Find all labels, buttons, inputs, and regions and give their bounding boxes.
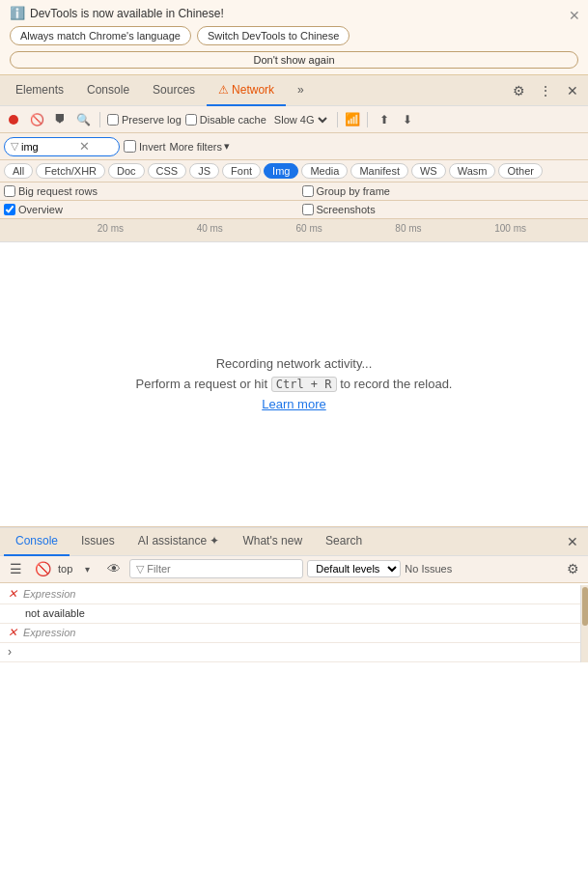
switch-chinese-button[interactable]: Switch DevTools to Chinese [197, 26, 350, 45]
chip-font[interactable]: Font [222, 163, 261, 179]
close-devtools-icon[interactable]: ✕ [561, 79, 584, 102]
filter-input[interactable] [21, 141, 79, 153]
console-filter-input[interactable] [147, 563, 296, 575]
close-icon2: ✕ [8, 626, 17, 639]
tab-sources[interactable]: Sources [141, 75, 207, 106]
screenshots-checkbox[interactable] [302, 204, 314, 215]
learn-more-link[interactable]: Learn more [262, 397, 325, 411]
tab-network[interactable]: ⚠ Network [207, 75, 286, 106]
separator3 [367, 112, 368, 127]
group-by-frame-label[interactable]: Group by frame [302, 185, 390, 197]
group-by-frame-checkbox[interactable] [302, 185, 314, 197]
level-select[interactable]: Default levels [307, 560, 401, 577]
console-filter-icon: ▽ [136, 563, 144, 575]
recording-text: Recording network activity... [216, 356, 373, 371]
timeline-ticks: 20 ms40 ms60 ms80 ms100 ms [4, 219, 588, 242]
match-language-button[interactable]: Always match Chrome's language [10, 26, 191, 45]
console-row-value1: not available [0, 604, 580, 624]
console-clear-icon[interactable]: 🚫 [31, 557, 54, 580]
info-banner: ℹ️ DevTools is now available in Chinese!… [0, 0, 588, 75]
preserve-log-checkbox[interactable] [107, 114, 119, 126]
timeline-header: 20 ms40 ms60 ms80 ms100 ms [0, 219, 588, 242]
options-row2: Overview Screenshots [0, 201, 588, 219]
disable-cache-checkbox[interactable] [185, 114, 197, 126]
filter-clear-button[interactable]: ✕ [79, 139, 90, 154]
more-filters-chevron: ▾ [224, 140, 230, 153]
banner-close-button[interactable]: ✕ [569, 8, 580, 23]
bottom-tab-issues[interactable]: Issues [70, 527, 126, 556]
invert-label[interactable]: Invert [124, 140, 166, 153]
bottom-tab-search[interactable]: Search [314, 527, 374, 556]
throttle-select[interactable]: Slow 4G [270, 113, 330, 126]
overview-label[interactable]: Overview [4, 204, 63, 215]
big-request-rows-checkbox[interactable] [4, 185, 15, 197]
banner-message: DevTools is now available in Chinese! [30, 7, 224, 20]
bottom-tab-what'snew[interactable]: What's new [231, 527, 314, 556]
chip-doc[interactable]: Doc [108, 163, 145, 179]
timeline-tick-3: 80 ms [395, 223, 421, 234]
console-row-chevron: › [0, 643, 580, 662]
chip-ws[interactable]: WS [411, 163, 446, 179]
filter-input-wrap: ▽ ✕ [4, 137, 120, 156]
eye-icon[interactable]: 👁 [102, 557, 126, 580]
clear-icon[interactable]: 🚫 [27, 110, 46, 129]
separator1 [99, 112, 100, 127]
network-toolbar: 🚫 ⛊ 🔍 Preserve log Disable cache Slow 4G… [0, 106, 588, 133]
chip-other[interactable]: Other [498, 163, 543, 179]
tab-console[interactable]: Console [75, 75, 141, 106]
preserve-log-label[interactable]: Preserve log [107, 114, 182, 126]
bottom-tab-aiassistance✦[interactable]: AI assistance ✦ [126, 527, 232, 556]
dont-show-button[interactable]: Don't show again [10, 51, 578, 69]
expression-text2: Expression [23, 627, 75, 638]
top-dropdown-icon[interactable]: ▾ [75, 557, 98, 580]
filter-row: ▽ ✕ Invert More filters ▾ [0, 133, 588, 160]
timeline-tick-2: 60 ms [296, 223, 322, 234]
chip-fetch/xhr[interactable]: Fetch/XHR [36, 163, 105, 179]
screenshots-label[interactable]: Screenshots [302, 204, 376, 215]
search-icon[interactable]: 🔍 [73, 110, 93, 129]
big-request-rows-label[interactable]: Big request rows [4, 185, 98, 197]
more-options-icon[interactable]: ⋮ [534, 79, 557, 102]
chip-all[interactable]: All [4, 163, 33, 179]
tab-elements[interactable]: Elements [4, 75, 75, 106]
record-hint: Perform a request or hit Ctrl + R to rec… [136, 377, 453, 391]
import-icon[interactable]: ⬆ [375, 110, 394, 129]
chips-row: AllFetch/XHRDocCSSJSFontImgMediaManifest… [0, 160, 588, 182]
expression-text1: Expression [23, 588, 75, 600]
bottom-tab-console[interactable]: Console [4, 527, 70, 556]
console-row-expression1: ✕ Expression [0, 585, 580, 604]
record-icon[interactable] [4, 110, 23, 129]
shortcut-key: Ctrl + R [271, 377, 337, 392]
no-issues-badge: No Issues [405, 563, 452, 575]
banner-buttons: Always match Chrome's language Switch De… [10, 26, 578, 45]
top-context-label: top [58, 563, 72, 575]
separator2 [337, 112, 338, 127]
chip-manifest[interactable]: Manifest [350, 163, 408, 179]
export-icon[interactable]: ⬇ [398, 110, 417, 129]
more-filters-button[interactable]: More filters ▾ [170, 140, 230, 153]
tab-more[interactable]: » [286, 75, 316, 106]
settings-icon[interactable]: ⚙ [507, 79, 530, 102]
scrollbar-track[interactable] [580, 585, 588, 662]
timeline-tick-1: 40 ms [197, 223, 223, 234]
chip-img[interactable]: Img [264, 163, 298, 179]
console-settings-icon[interactable]: ⚙ [561, 557, 584, 580]
timeline-tick-4: 100 ms [494, 223, 526, 234]
sidebar-toggle-icon[interactable]: ☰ [4, 557, 27, 580]
chip-media[interactable]: Media [301, 163, 348, 179]
bottom-close-icon[interactable]: ✕ [561, 530, 584, 553]
tab-bar-icons: ⚙ ⋮ ✕ [507, 79, 584, 102]
chevron-icon: › [8, 645, 12, 659]
chip-wasm[interactable]: Wasm [449, 163, 496, 179]
invert-checkbox[interactable] [124, 140, 136, 153]
close-icon1: ✕ [8, 587, 17, 601]
filter-icon[interactable]: ⛊ [50, 110, 70, 129]
timeline-tick-0: 20 ms [98, 223, 124, 234]
chip-css[interactable]: CSS [148, 163, 187, 179]
console-filter-wrap: ▽ [129, 559, 303, 578]
bottom-tab-bar: ConsoleIssuesAI assistance ✦What's newSe… [0, 527, 588, 556]
chip-js[interactable]: JS [189, 163, 219, 179]
disable-cache-label[interactable]: Disable cache [185, 114, 266, 126]
overview-checkbox[interactable] [4, 204, 15, 215]
top-tab-bar: Elements Console Sources ⚠ Network » ⚙ ⋮… [0, 75, 588, 106]
